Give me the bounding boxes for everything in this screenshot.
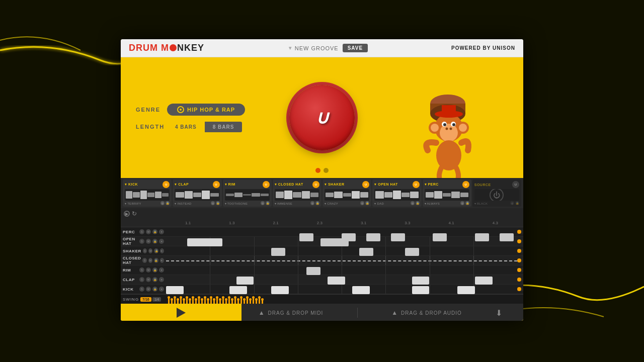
ch-icon-lock-perc[interactable]: 🔒 xyxy=(465,201,469,205)
channel-shaker-icons: ◎ 🔒 xyxy=(360,201,369,205)
seq-grid-closedhat[interactable] xyxy=(166,256,517,265)
channel-rim: ▾ RIM U ▾ TOOTHSONE ◎ xyxy=(223,179,272,207)
seq-mute-perc[interactable]: M xyxy=(146,229,151,234)
seq-menu-closedhat[interactable]: ▾ xyxy=(160,258,164,263)
play-button[interactable] xyxy=(177,308,186,318)
seq-lock-kick[interactable]: 🔒 xyxy=(152,287,157,292)
drag-midi-button[interactable]: ▲ DRAG & DROP MIDI xyxy=(259,309,324,316)
groove-dropdown[interactable]: ▼ NEW GROOVE xyxy=(288,45,339,51)
seq-lock-openhat[interactable]: 🔒 xyxy=(152,239,157,244)
seq-mute-closedhat[interactable]: M xyxy=(148,258,152,263)
ch-icon-lock-rim[interactable]: 🔒 xyxy=(266,201,270,205)
seq-grid-clap[interactable] xyxy=(166,275,517,284)
seq-grid-openhat[interactable] xyxy=(166,237,517,246)
grid-line xyxy=(385,285,386,294)
seq-lock-shaker[interactable]: 🔒 xyxy=(154,248,158,253)
seq-grid-kick[interactable] xyxy=(166,285,517,294)
ch-icon-lock[interactable]: 🔒 xyxy=(166,201,170,205)
ch-icon-vol-shaker[interactable]: ◎ xyxy=(360,201,364,205)
seq-grid-shaker[interactable] xyxy=(166,246,517,255)
wbar xyxy=(293,192,301,198)
seq-note xyxy=(405,248,419,256)
channel-kick-footer: ▾ TERRIFY ◎ 🔒 xyxy=(125,201,170,205)
channel-rim-name: ▾ RIM xyxy=(225,183,235,187)
seq-lock-rim[interactable]: 🔒 xyxy=(152,267,157,273)
ch-icon-vol-rim[interactable]: ◎ xyxy=(261,201,265,205)
ch-icon-vol-oh[interactable]: ◎ xyxy=(411,201,415,205)
genre-button[interactable]: HIP HOP & RAP xyxy=(167,104,245,116)
seq-mute-shaker[interactable]: M xyxy=(148,248,152,253)
swing-off-button[interactable]: 1/4 xyxy=(152,297,162,302)
seq-mute-openhat[interactable]: M xyxy=(146,239,151,244)
seq-menu-rim[interactable]: ▾ xyxy=(159,267,164,273)
download-icon[interactable]: ⬇ xyxy=(496,308,502,318)
length-8-button[interactable]: 8 BARS xyxy=(205,122,243,132)
grid-line xyxy=(210,246,210,255)
seq-lock-perc[interactable]: 🔒 xyxy=(152,229,157,234)
seq-menu-clap[interactable]: ▾ xyxy=(159,277,164,282)
seq-lock-closedhat[interactable]: 🔒 xyxy=(154,258,158,263)
swing-stick xyxy=(207,300,209,304)
channel-shaker-waveform xyxy=(325,189,369,201)
waveform-bars-perc xyxy=(425,189,469,201)
power-button[interactable]: ⏻ xyxy=(490,189,504,201)
channel-open-hat-footer: ▾ DAD ◎ 🔒 xyxy=(374,201,419,205)
length-4-button[interactable]: 4 BARS xyxy=(167,122,205,132)
seq-note xyxy=(299,233,313,241)
channel-shaker: ▾ SHAKER U ▾ CRAZY ◎ � xyxy=(323,179,371,207)
grid-line xyxy=(473,237,474,246)
channel-strip: ▾ KICK U ▾ TERRIFY ◎ xyxy=(121,178,523,208)
ruler-1.3: 1.3 xyxy=(210,219,254,227)
seq-solo-openhat[interactable]: S xyxy=(139,239,144,244)
seq-solo-shaker[interactable]: S xyxy=(143,248,147,253)
generate-button[interactable]: ∪ xyxy=(289,85,355,150)
scroll-dot-rim xyxy=(517,268,521,272)
ch-icon-vol-ch[interactable]: ◎ xyxy=(310,201,314,205)
ch-icon-vol[interactable]: ◎ xyxy=(160,201,165,205)
seq-menu-kick[interactable]: ▾ xyxy=(159,287,164,292)
seq-play-btn[interactable]: ▶ xyxy=(124,211,130,217)
seq-solo-perc[interactable]: S xyxy=(139,229,144,234)
grid-line xyxy=(385,265,386,275)
wbar xyxy=(334,192,342,198)
seq-grid-rim[interactable] xyxy=(166,265,517,275)
channel-kick-sub: ▾ TERRIFY xyxy=(125,202,141,205)
nav-dot-2[interactable] xyxy=(324,168,329,173)
header: DRUM MNKEY ▼ NEW GROOVE SAVE POWERED BY … xyxy=(121,39,523,57)
seq-solo-clap[interactable]: S xyxy=(139,277,144,282)
drag-audio-button[interactable]: ▲ DRAG & DROP AUDIO xyxy=(391,309,462,316)
channel-clap: ▾ CLAP U ▾ INSTEAD ◎ � xyxy=(173,179,221,207)
seq-mute-rim[interactable]: M xyxy=(146,267,151,273)
seq-mute-kick[interactable]: M xyxy=(146,287,151,292)
seq-menu-openhat[interactable]: ▾ xyxy=(159,239,164,244)
ch-icon-vol-perc[interactable]: ◎ xyxy=(460,201,464,205)
scroll-dot-closedhat xyxy=(517,258,521,262)
swing-stick xyxy=(247,298,248,304)
ch-icon-vol-clap[interactable]: ◎ xyxy=(211,201,215,205)
swing-stick xyxy=(228,298,230,304)
channel-kick-header: ▾ KICK U xyxy=(125,181,170,188)
channel-shaker-name: ▾ SHAKER xyxy=(325,183,345,187)
seq-solo-kick[interactable]: S xyxy=(139,287,144,292)
seq-solo-rim[interactable]: S xyxy=(139,267,144,273)
seq-lock-clap[interactable]: 🔒 xyxy=(152,277,157,282)
seq-mute-clap[interactable]: M xyxy=(146,277,151,282)
seq-refresh-btn[interactable]: ↻ xyxy=(132,210,137,217)
ch-icon-lock-shaker[interactable]: 🔒 xyxy=(365,201,369,205)
ch-icon-lock-ch[interactable]: 🔒 xyxy=(315,201,319,205)
grid-line xyxy=(342,256,342,265)
nav-dot-1[interactable] xyxy=(315,168,320,173)
swing-stick xyxy=(225,300,227,304)
wbar xyxy=(460,193,468,198)
ch-icon-lock-oh[interactable]: 🔒 xyxy=(416,201,420,205)
save-button[interactable]: SAVE xyxy=(343,44,368,52)
seq-menu-shaker[interactable]: ▾ xyxy=(160,248,164,253)
seq-menu-perc[interactable]: ▾ xyxy=(159,229,164,234)
swing-on-button[interactable]: 7/16 xyxy=(140,297,151,302)
seq-row-openhat: OPEN HAT S M 🔒 ▾ xyxy=(121,237,523,246)
ch-icon-lock-clap[interactable]: 🔒 xyxy=(216,201,220,205)
swing-stick xyxy=(216,298,218,304)
seq-solo-closedhat[interactable]: S xyxy=(142,258,146,263)
powered-by: POWERED BY UNISON xyxy=(451,45,515,51)
grid-line xyxy=(430,256,430,265)
